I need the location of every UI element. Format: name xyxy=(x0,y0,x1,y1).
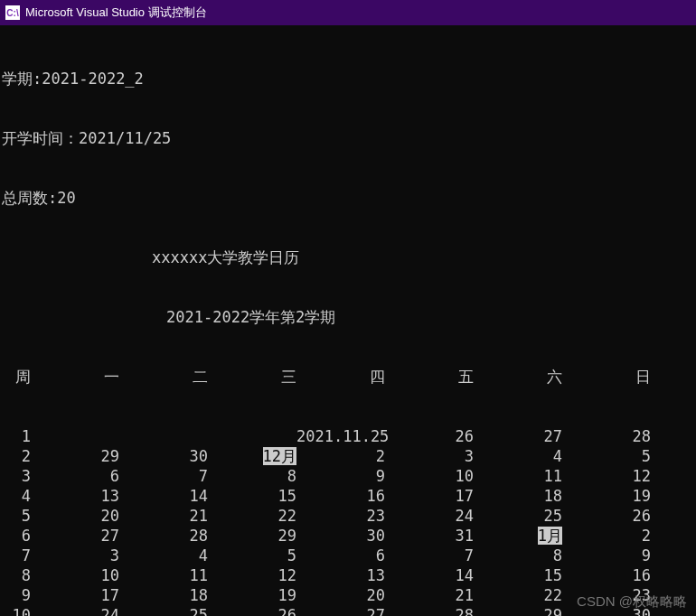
day-cell xyxy=(31,426,119,446)
day-cell: 28 xyxy=(119,526,208,546)
calendar-row: 520212223242526 xyxy=(2,506,694,526)
week-number: 2 xyxy=(2,446,31,466)
day-cell: 16 xyxy=(562,565,651,585)
day-cell: 25 xyxy=(119,605,208,616)
month-marker: 12月 xyxy=(263,447,296,465)
info-start: 开学时间：2021/11/25 xyxy=(2,128,694,148)
day-cell: 10 xyxy=(385,466,474,486)
day-cell: 9 xyxy=(296,466,385,486)
day-cell: 21 xyxy=(119,506,208,526)
week-number: 8 xyxy=(2,565,31,585)
day-cell: 7 xyxy=(119,466,208,486)
day-cell: 15 xyxy=(474,565,562,585)
day-cell: 23 xyxy=(296,506,385,526)
week-number: 5 xyxy=(2,506,31,526)
col-day: 四 xyxy=(296,367,385,387)
window-titlebar: C:\ Microsoft Visual Studio 调试控制台 xyxy=(0,0,696,25)
day-cell: 29 xyxy=(31,446,119,466)
day-cell: 27 xyxy=(296,605,385,616)
week-number: 1 xyxy=(2,426,31,446)
day-cell xyxy=(119,426,208,446)
day-cell: 13 xyxy=(296,565,385,585)
day-cell: 24 xyxy=(31,605,119,616)
col-week: 周 xyxy=(2,367,31,387)
calendar-title: xxxxxx大学教学日历 xyxy=(2,247,694,267)
day-cell: 26 xyxy=(208,605,296,616)
day-cell: 8 xyxy=(208,466,296,486)
col-day: 日 xyxy=(562,367,651,387)
day-cell: 14 xyxy=(385,565,474,585)
day-cell: 3 xyxy=(385,446,474,466)
console-output: 学期:2021-2022_2 开学时间：2021/11/25 总周数:20 xx… xyxy=(0,25,696,616)
day-cell: 8 xyxy=(474,546,562,565)
month-marker: 1月 xyxy=(538,527,562,545)
day-cell: 6 xyxy=(296,546,385,565)
day-cell: 18 xyxy=(119,585,208,605)
week-number: 3 xyxy=(2,466,31,486)
day-cell xyxy=(208,426,296,446)
week-number: 7 xyxy=(2,546,31,565)
window-title: Microsoft Visual Studio 调试控制台 xyxy=(25,5,207,21)
column-header-row: 周一二三四五六日 xyxy=(2,367,694,387)
col-day: 三 xyxy=(208,367,296,387)
day-cell: 20 xyxy=(296,585,385,605)
day-cell: 26 xyxy=(385,426,474,446)
calendar-row: 627282930311月2 xyxy=(2,526,694,546)
week-number: 10 xyxy=(2,605,31,616)
day-cell: 6 xyxy=(31,466,119,486)
col-day: 二 xyxy=(119,367,208,387)
calendar-row: 810111213141516 xyxy=(2,565,694,585)
day-cell: 27 xyxy=(31,526,119,546)
day-cell: 24 xyxy=(385,506,474,526)
week-number: 6 xyxy=(2,526,31,546)
day-cell: 2 xyxy=(562,526,651,546)
day-cell: 12 xyxy=(208,565,296,585)
calendar-row: 12021.11.25262728 xyxy=(2,426,694,446)
week-number: 4 xyxy=(2,486,31,506)
info-weeks: 总周数:20 xyxy=(2,188,694,208)
day-cell: 28 xyxy=(385,605,474,616)
day-cell: 31 xyxy=(385,526,474,546)
day-cell: 2021.11.25 xyxy=(296,426,385,446)
calendar-row: 36789101112 xyxy=(2,466,694,486)
week-number: 9 xyxy=(2,585,31,605)
day-cell: 12 xyxy=(562,466,651,486)
day-cell: 21 xyxy=(385,585,474,605)
app-icon: C:\ xyxy=(5,5,20,20)
day-cell: 22 xyxy=(208,506,296,526)
day-cell: 19 xyxy=(562,486,651,506)
col-day: 一 xyxy=(31,367,119,387)
day-cell: 2 xyxy=(296,446,385,466)
day-cell: 25 xyxy=(474,506,562,526)
day-cell: 9 xyxy=(562,546,651,565)
day-cell: 28 xyxy=(562,426,651,446)
day-cell: 17 xyxy=(31,585,119,605)
day-cell: 29 xyxy=(208,526,296,546)
day-cell: 5 xyxy=(208,546,296,565)
day-cell: 16 xyxy=(296,486,385,506)
day-cell: 15 xyxy=(208,486,296,506)
col-day: 六 xyxy=(474,367,562,387)
day-cell: 1月 xyxy=(474,526,562,546)
day-cell: 5 xyxy=(562,446,651,466)
day-cell: 7 xyxy=(385,546,474,565)
day-cell: 26 xyxy=(562,506,651,526)
day-cell: 27 xyxy=(474,426,562,446)
day-cell: 19 xyxy=(208,585,296,605)
calendar-row: 413141516171819 xyxy=(2,486,694,506)
watermark: CSDN @权略略略 xyxy=(577,593,687,611)
day-cell: 22 xyxy=(474,585,562,605)
calendar-row: 73456789 xyxy=(2,546,694,565)
day-cell: 11 xyxy=(119,565,208,585)
calendar-row: 2293012月2345 xyxy=(2,446,694,466)
day-cell: 12月 xyxy=(208,446,296,466)
day-cell: 3 xyxy=(31,546,119,565)
day-cell: 18 xyxy=(474,486,562,506)
calendar-subtitle: 2021-2022学年第2学期 xyxy=(2,307,694,327)
info-semester: 学期:2021-2022_2 xyxy=(2,69,694,89)
day-cell: 17 xyxy=(385,486,474,506)
col-day: 五 xyxy=(385,367,474,387)
day-cell: 14 xyxy=(119,486,208,506)
day-cell: 20 xyxy=(31,506,119,526)
day-cell: 13 xyxy=(31,486,119,506)
